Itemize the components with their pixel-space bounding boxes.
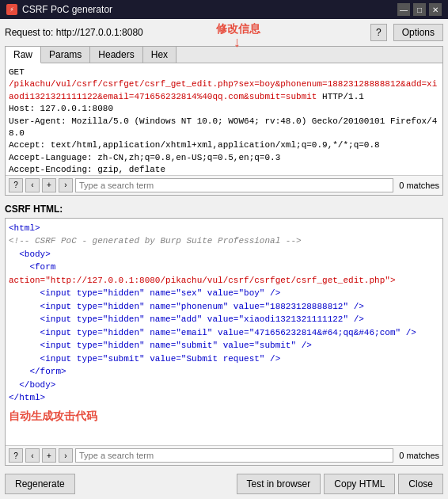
autogen-annotation: 自动生成攻击代码 <box>9 408 439 425</box>
options-button[interactable]: Options <box>393 24 443 41</box>
request-label: Request to: http://127.0.0.1:8080 <box>5 27 143 38</box>
tab-bar: Raw Params Headers Hex <box>6 47 442 63</box>
copy-html-button[interactable]: Copy HTML <box>324 474 395 494</box>
bottom-left-buttons: Regenerate <box>5 474 75 494</box>
csrf-label: CSRF HTML: <box>5 204 443 215</box>
request-content[interactable]: GET /pikachu/vul/csrf/csrfget/csrf_get_e… <box>6 63 442 175</box>
tab-raw[interactable]: Raw <box>6 47 41 63</box>
tab-hex[interactable]: Hex <box>143 47 177 63</box>
html-add-button[interactable]: + <box>42 448 56 463</box>
html-content[interactable]: <html> <!-- CSRF PoC - generated by Burp… <box>6 219 442 445</box>
request-panel: Raw Params Headers Hex GET /pikachu/vul/… <box>5 46 443 196</box>
title-text: CSRF PoC generator <box>22 4 112 15</box>
html-panel-body: <html> <!-- CSRF PoC - generated by Burp… <box>6 219 442 445</box>
html-next-button[interactable]: › <box>59 448 73 463</box>
next-button[interactable]: › <box>59 178 73 192</box>
help-small-button[interactable]: ? <box>9 178 23 192</box>
close-button[interactable]: Close <box>398 474 443 494</box>
title-bar-left: ⚡ CSRF PoC generator <box>6 4 112 15</box>
request-search-bar: ? ‹ + › 0 matches <box>6 175 442 195</box>
arrow-icon: ↓ <box>233 35 241 51</box>
request-header: Request to: http://127.0.0.1:8080 修改信息 ↓… <box>5 24 443 41</box>
bottom-right-buttons: Test in browser Copy HTML Close <box>237 474 443 494</box>
request-search-input[interactable] <box>75 178 393 192</box>
html-search-input[interactable] <box>75 448 393 463</box>
prev-button[interactable]: ‹ <box>25 178 40 192</box>
html-search-bar: ? ‹ + › 0 matches <box>6 445 442 465</box>
test-browser-button[interactable]: Test in browser <box>237 474 321 494</box>
html-help-button[interactable]: ? <box>9 448 23 463</box>
regenerate-button[interactable]: Regenerate <box>5 474 75 494</box>
request-matches: 0 matches <box>399 181 439 190</box>
help-button[interactable]: ? <box>370 24 387 41</box>
main-container: Request to: http://127.0.0.1:8080 修改信息 ↓… <box>0 19 448 499</box>
app-icon: ⚡ <box>6 4 17 15</box>
html-panel: <html> <!-- CSRF PoC - generated by Burp… <box>5 218 443 466</box>
tab-headers[interactable]: Headers <box>90 47 142 63</box>
title-controls: — □ ✕ <box>397 3 442 16</box>
bottom-toolbar: Regenerate Test in browser Copy HTML Clo… <box>5 470 443 494</box>
window-close-button[interactable]: ✕ <box>429 3 442 16</box>
html-prev-button[interactable]: ‹ <box>25 448 40 463</box>
add-button[interactable]: + <box>42 178 56 192</box>
maximize-button[interactable]: □ <box>413 3 426 16</box>
tab-params[interactable]: Params <box>41 47 90 63</box>
minimize-button[interactable]: — <box>397 3 410 16</box>
request-panel-body: GET /pikachu/vul/csrf/csrfget/csrf_get_e… <box>6 63 442 175</box>
title-bar: ⚡ CSRF PoC generator — □ ✕ <box>0 0 448 19</box>
html-matches: 0 matches <box>399 451 439 460</box>
